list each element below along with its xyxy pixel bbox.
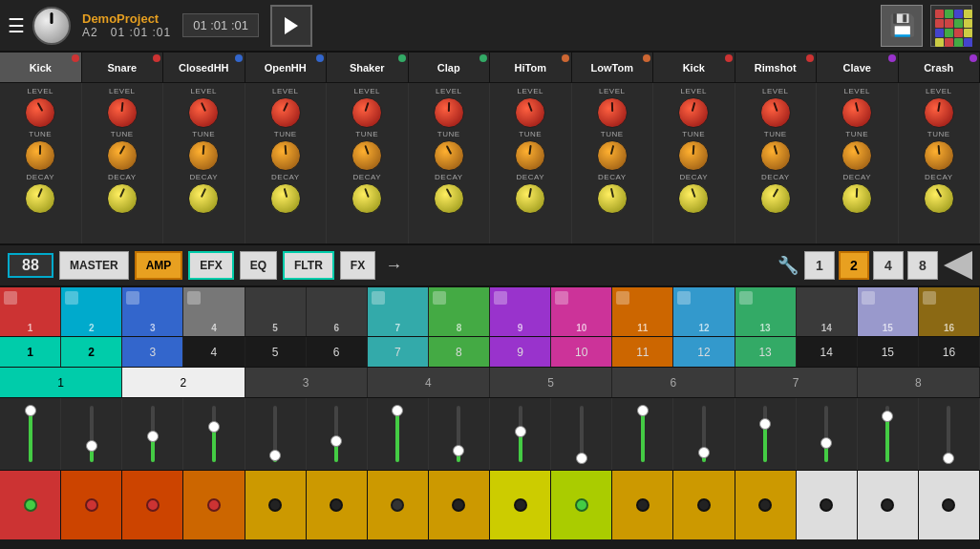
fader-handle-5[interactable] <box>269 450 281 461</box>
fader-channel-9[interactable] <box>490 398 551 470</box>
pattern-row1-cell-3[interactable]: 3 <box>122 337 183 367</box>
tune-knob-10[interactable] <box>760 140 791 171</box>
bpm-display[interactable]: 88 <box>8 253 53 278</box>
level-knob-9[interactable] <box>678 97 709 128</box>
fader-handle-9[interactable] <box>515 426 526 437</box>
decay-knob-3[interactable] <box>188 183 219 214</box>
tune-knob-6[interactable] <box>434 140 464 171</box>
fader-handle-8[interactable] <box>453 445 464 456</box>
pad-4[interactable] <box>183 471 245 539</box>
page-btn-8[interactable]: 8 <box>907 251 938 280</box>
pad-5[interactable] <box>245 471 307 539</box>
pattern-row1-cell-10[interactable]: 10 <box>551 337 612 367</box>
pad-1[interactable] <box>0 471 61 539</box>
pattern-row2-cell-6[interactable]: 6 <box>612 368 735 397</box>
pattern-row1-cell-15[interactable]: 15 <box>858 337 919 367</box>
fader-handle-3[interactable] <box>147 431 159 442</box>
pattern-row2-cell-5[interactable]: 5 <box>490 368 612 397</box>
pad-16[interactable] <box>919 471 980 539</box>
step-btn-2[interactable]: 2 <box>61 287 122 336</box>
save-button[interactable]: 💾 <box>881 5 923 47</box>
fader-channel-1[interactable] <box>0 398 61 470</box>
fader-channel-4[interactable] <box>183 398 245 470</box>
fader-channel-11[interactable] <box>612 398 673 470</box>
instrument-tab-clave[interactable]: Clave <box>817 53 899 82</box>
page-btn-1[interactable]: 1 <box>804 251 835 280</box>
pad-11[interactable] <box>612 471 673 539</box>
pattern-row1-cell-7[interactable]: 7 <box>368 337 429 367</box>
grid-icon-box[interactable] <box>930 5 972 47</box>
hamburger-icon[interactable]: ☰ <box>8 14 25 37</box>
page-btn-4[interactable]: 4 <box>873 251 904 280</box>
pattern-row1-cell-4[interactable]: 4 <box>183 337 245 367</box>
decay-knob-8[interactable] <box>597 183 628 214</box>
pad-7[interactable] <box>368 471 429 539</box>
decay-knob-10[interactable] <box>760 183 791 214</box>
fader-channel-3[interactable] <box>122 398 183 470</box>
tune-knob-12[interactable] <box>924 140 954 171</box>
instrument-tab-rimshot[interactable]: Rimshot <box>735 53 818 82</box>
fader-channel-5[interactable] <box>245 398 307 470</box>
decay-knob-9[interactable] <box>678 183 709 214</box>
pad-9[interactable] <box>490 471 551 539</box>
step-btn-8[interactable]: 8 <box>429 287 490 336</box>
pattern-row2-cell-7[interactable]: 7 <box>735 368 858 397</box>
level-knob-6[interactable] <box>434 97 464 128</box>
master-button[interactable]: MASTER <box>59 251 129 280</box>
tune-knob-9[interactable] <box>678 140 709 171</box>
step-btn-4[interactable]: 4 <box>183 287 245 336</box>
fader-channel-6[interactable] <box>307 398 368 470</box>
fader-handle-15[interactable] <box>882 411 893 422</box>
level-knob-12[interactable] <box>924 97 954 128</box>
pad-10[interactable] <box>551 471 612 539</box>
pattern-row1-cell-9[interactable]: 9 <box>490 337 551 367</box>
pattern-row1-cell-6[interactable]: 6 <box>307 337 368 367</box>
fader-channel-13[interactable] <box>735 398 797 470</box>
tune-knob-7[interactable] <box>515 140 545 171</box>
eq-button[interactable]: EQ <box>240 251 277 280</box>
fader-channel-14[interactable] <box>797 398 858 470</box>
fader-channel-16[interactable] <box>919 398 980 470</box>
fader-handle-13[interactable] <box>759 418 771 430</box>
fader-handle-12[interactable] <box>698 447 710 458</box>
fader-handle-1[interactable] <box>25 405 36 416</box>
instrument-tab-hitom[interactable]: HiTom <box>490 53 572 82</box>
step-btn-12[interactable]: 12 <box>673 287 735 336</box>
page-btn-2[interactable]: 2 <box>839 251 869 280</box>
instrument-tab-closedhh[interactable]: ClosedHH <box>163 53 245 82</box>
decay-knob-1[interactable] <box>25 183 55 214</box>
level-knob-8[interactable] <box>597 97 628 128</box>
pattern-row1-cell-2[interactable]: 2 <box>61 337 122 367</box>
fader-handle-14[interactable] <box>820 437 832 449</box>
pad-13[interactable] <box>735 471 797 539</box>
amp-button[interactable]: AMP <box>135 251 183 280</box>
pattern-row1-cell-12[interactable]: 12 <box>673 337 735 367</box>
fader-channel-8[interactable] <box>429 398 490 470</box>
instrument-tab-kick[interactable]: Kick <box>0 53 82 82</box>
decay-knob-7[interactable] <box>515 183 545 214</box>
fader-channel-2[interactable] <box>61 398 122 470</box>
step-btn-14[interactable]: 14 <box>797 287 858 336</box>
step-btn-1[interactable]: 1 <box>0 287 61 336</box>
pattern-row2-cell-2[interactable]: 2 <box>122 368 245 397</box>
decay-knob-4[interactable] <box>270 183 301 214</box>
tune-knob-1[interactable] <box>25 140 55 171</box>
pattern-row2-cell-3[interactable]: 3 <box>245 368 368 397</box>
tune-knob-8[interactable] <box>597 140 628 171</box>
level-knob-4[interactable] <box>270 97 301 128</box>
pad-14[interactable] <box>797 471 858 539</box>
step-btn-9[interactable]: 9 <box>490 287 551 336</box>
fader-handle-6[interactable] <box>330 435 342 447</box>
fader-channel-7[interactable] <box>368 398 429 470</box>
pad-15[interactable] <box>858 471 919 539</box>
step-btn-15[interactable]: 15 <box>858 287 919 336</box>
fader-channel-12[interactable] <box>673 398 735 470</box>
instrument-tab-kick[interactable]: Kick <box>653 53 735 82</box>
pad-6[interactable] <box>307 471 368 539</box>
tune-knob-5[interactable] <box>352 140 382 171</box>
decay-knob-5[interactable] <box>352 183 382 214</box>
fader-handle-11[interactable] <box>637 405 649 416</box>
decay-knob-12[interactable] <box>924 183 954 214</box>
level-knob-7[interactable] <box>515 97 545 128</box>
step-btn-10[interactable]: 10 <box>551 287 612 336</box>
